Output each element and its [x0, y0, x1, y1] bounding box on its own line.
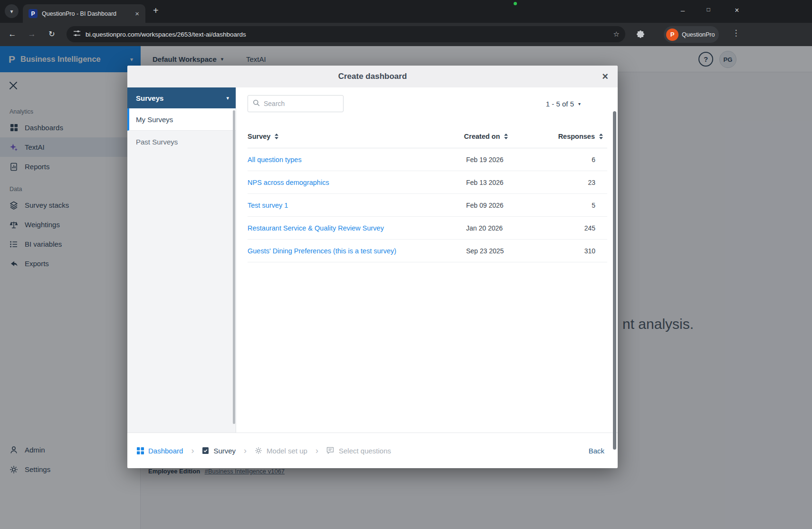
- survey-link[interactable]: Guests' Dining Preferences (this is a te…: [248, 247, 396, 255]
- profile-name: QuestionPro: [682, 31, 715, 38]
- panel-item-past-surveys[interactable]: Past Surveys: [127, 131, 236, 153]
- panel-scrollbar[interactable]: [233, 110, 235, 424]
- modal-title: Create dashboard: [338, 72, 407, 81]
- row-created-on: Jan 20 2026: [466, 224, 561, 232]
- row-responses: 245: [561, 224, 607, 232]
- back-link[interactable]: Back: [589, 447, 604, 455]
- survey-link[interactable]: All question types: [248, 156, 302, 164]
- survey-list-content: 1 - 5 of 5 ▾ Survey Created on: [236, 87, 618, 433]
- create-dashboard-modal: Create dashboard × Surveys ▾ My Surveys …: [127, 66, 618, 468]
- row-created-on: Sep 23 2025: [466, 247, 561, 255]
- panel-item-label: Past Surveys: [136, 138, 178, 146]
- chevron-right-icon: ›: [191, 446, 194, 456]
- profile-avatar: P: [666, 29, 678, 41]
- column-header-survey[interactable]: Survey: [248, 133, 464, 140]
- sort-icon: [599, 133, 603, 140]
- chevron-down-icon: ▾: [10, 8, 13, 15]
- new-tab-button[interactable]: +: [153, 5, 159, 16]
- browser-toolbar: ← → ↻ bi.questionpro.com/workspaces/2653…: [0, 23, 812, 46]
- window-maximize-button[interactable]: □: [701, 6, 716, 13]
- modal-header: Create dashboard ×: [127, 66, 618, 87]
- extensions-icon[interactable]: [636, 30, 645, 40]
- step-survey[interactable]: Survey: [202, 447, 236, 455]
- wizard-steps-footer: Dashboard › Survey › Model set up › Sele…: [127, 433, 618, 468]
- pagination-dropdown[interactable]: 1 - 5 of 5 ▾: [546, 100, 581, 108]
- column-header-created-on[interactable]: Created on: [464, 133, 558, 140]
- browser-tab[interactable]: P QuestionPro - BI Dashboard ×: [23, 4, 145, 23]
- chat-icon: [326, 447, 334, 454]
- step-label: Dashboard: [148, 447, 183, 455]
- survey-link[interactable]: NPS across demographics: [248, 179, 329, 186]
- survey-link[interactable]: Test survey 1: [248, 202, 288, 209]
- window-close-button[interactable]: ×: [730, 6, 744, 15]
- tab-search-button[interactable]: ▾: [5, 4, 19, 18]
- reload-button[interactable]: ↻: [45, 28, 58, 41]
- survey-link[interactable]: Restaurant Service & Quality Review Surv…: [248, 224, 384, 232]
- green-indicator-dot: [514, 2, 517, 5]
- back-button[interactable]: ←: [6, 28, 19, 41]
- step-label: Select questions: [339, 447, 391, 455]
- tab-close-icon[interactable]: ×: [133, 10, 142, 18]
- sort-icon: [274, 133, 279, 140]
- step-label: Survey: [213, 447, 236, 455]
- row-responses: 5: [561, 202, 607, 209]
- forward-button[interactable]: →: [25, 28, 38, 41]
- survey-check-icon: [202, 447, 209, 454]
- app-page: P Business Intelligence ▾ Default Worksp…: [0, 46, 812, 529]
- surveys-table: Survey Created on Responses: [248, 125, 607, 262]
- chevron-right-icon: ›: [315, 446, 318, 456]
- modal-close-icon[interactable]: ×: [602, 71, 608, 82]
- browser-tab-bar: ▾ P QuestionPro - BI Dashboard × + – □ ×: [0, 0, 812, 23]
- tab-title: QuestionPro - BI Dashboard: [42, 10, 128, 17]
- panel-item-my-surveys[interactable]: My Surveys: [127, 108, 236, 131]
- column-header-responses[interactable]: Responses: [558, 133, 607, 140]
- row-created-on: Feb 13 2026: [466, 179, 561, 186]
- table-row[interactable]: NPS across demographics Feb 13 2026 23: [248, 171, 607, 194]
- chevron-down-icon: ▾: [226, 95, 229, 101]
- step-label: Model set up: [267, 447, 307, 455]
- browser-menu-icon[interactable]: ⋮: [731, 28, 741, 38]
- site-info-icon[interactable]: [73, 29, 81, 39]
- sort-icon: [504, 133, 508, 140]
- surveys-panel: Surveys ▾ My Surveys Past Surveys: [127, 87, 236, 433]
- bookmark-star-icon[interactable]: ☆: [613, 30, 620, 38]
- surveys-dropdown[interactable]: Surveys ▾: [127, 87, 236, 108]
- row-responses: 310: [561, 247, 607, 255]
- modal-body: Surveys ▾ My Surveys Past Surveys: [127, 87, 618, 433]
- gear-icon: [255, 447, 262, 454]
- row-responses: 6: [561, 156, 607, 164]
- questionpro-favicon-icon: P: [29, 9, 38, 18]
- column-label: Created on: [464, 133, 500, 140]
- table-header-row: Survey Created on Responses: [248, 125, 607, 148]
- table-row[interactable]: Guests' Dining Preferences (this is a te…: [248, 240, 607, 262]
- column-label: Survey: [248, 133, 270, 140]
- browser-profile-chip[interactable]: P QuestionPro: [664, 26, 719, 43]
- dashboard-grid-icon: [137, 447, 144, 454]
- row-created-on: Feb 19 2026: [466, 156, 561, 164]
- pagination-label: 1 - 5 of 5: [546, 100, 574, 108]
- url-text[interactable]: bi.questionpro.com/workspaces/2653/text-…: [86, 31, 609, 38]
- search-input[interactable]: [264, 100, 338, 107]
- search-box: [248, 95, 344, 112]
- search-icon: [253, 99, 260, 108]
- column-label: Responses: [558, 133, 595, 140]
- chevron-right-icon: ›: [244, 446, 247, 456]
- step-select-questions: Select questions: [326, 447, 391, 455]
- panel-item-label: My Surveys: [136, 115, 173, 124]
- table-row[interactable]: Restaurant Service & Quality Review Surv…: [248, 217, 607, 240]
- window-minimize-button[interactable]: –: [676, 6, 690, 14]
- modal-scrollbar[interactable]: [613, 111, 616, 450]
- chevron-down-icon: ▾: [578, 101, 581, 106]
- step-dashboard[interactable]: Dashboard: [137, 447, 183, 455]
- row-responses: 23: [561, 179, 607, 186]
- url-bar[interactable]: bi.questionpro.com/workspaces/2653/text-…: [67, 26, 625, 42]
- table-row[interactable]: All question types Feb 19 2026 6: [248, 148, 607, 171]
- row-created-on: Feb 09 2026: [466, 202, 561, 209]
- surveys-dropdown-label: Surveys: [136, 94, 163, 102]
- table-row[interactable]: Test survey 1 Feb 09 2026 5: [248, 194, 607, 217]
- screen: ▾ P QuestionPro - BI Dashboard × + – □ ×…: [0, 0, 812, 529]
- step-model-set-up: Model set up: [255, 447, 307, 455]
